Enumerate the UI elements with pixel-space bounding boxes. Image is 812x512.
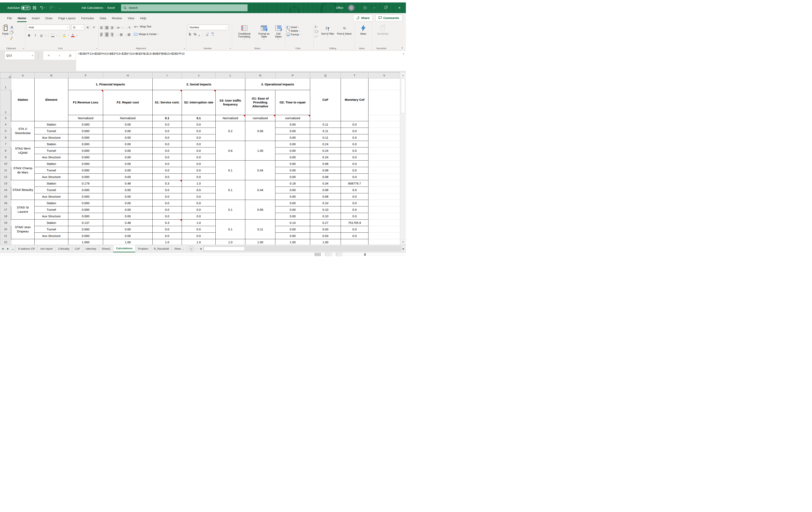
underline-button[interactable]: U — [39, 33, 44, 38]
vertical-scrollbar[interactable]: ▲ ▼ — [400, 72, 406, 245]
zoom-slider[interactable] — [364, 253, 366, 256]
cell-A13[interactable]: STA4/ Beaudry — [11, 180, 35, 200]
cell-I10[interactable]: 0.0 — [153, 161, 182, 167]
cell-L4[interactable]: 0.2 — [215, 121, 245, 141]
insert-function-button[interactable]: fx — [69, 53, 71, 58]
cell-F2[interactable]: F1:Revenue Loss — [68, 90, 103, 115]
cell-A4[interactable]: STA 1/ Sheerbroke — [11, 121, 35, 141]
cell-F20[interactable]: 0.000 — [68, 226, 103, 233]
horizontal-scrollbar-thumb[interactable] — [204, 247, 245, 251]
comments-button[interactable]: Comments — [375, 14, 402, 21]
column-header-I[interactable]: I — [153, 73, 182, 78]
scroll-right-icon[interactable]: ▶ — [401, 246, 406, 251]
sheet-tab-criticality[interactable]: Criticality — [55, 245, 72, 252]
menu-tab-formulas[interactable]: Formulas — [79, 13, 96, 23]
cell-P22[interactable]: 1.00 — [276, 239, 310, 245]
borders-button[interactable] — [51, 33, 55, 38]
cell-Q20[interactable]: 0.03 — [310, 226, 341, 233]
menu-tab-view[interactable]: View — [125, 13, 137, 23]
row-header-11[interactable]: 11 — [0, 167, 11, 174]
column-header-A[interactable]: A — [11, 73, 35, 78]
sheet-tab-problem[interactable]: Problem — [135, 245, 151, 252]
row-header-22[interactable]: 22 — [0, 239, 11, 245]
cell-V18[interactable] — [369, 213, 400, 219]
cell-V17[interactable] — [369, 207, 400, 213]
cell-H12[interactable]: 0.00 — [103, 174, 153, 180]
cell-J8[interactable]: 0.0 — [182, 147, 215, 154]
row-header-3[interactable]: 3 — [0, 115, 11, 121]
cell-H15[interactable]: 0.00 — [103, 193, 153, 200]
quick-access-customize-button[interactable]: ⌄ — [59, 2, 61, 13]
cell-B1-element-header[interactable]: Element — [35, 78, 68, 121]
column-header-L[interactable]: L — [215, 73, 245, 78]
cell-T1-monetary-header[interactable]: Monetary Cof — [341, 78, 369, 121]
decrease-decimal-button[interactable]: .00→.0 — [211, 32, 214, 36]
menu-tab-review[interactable]: Review — [110, 13, 124, 23]
cell-V9[interactable] — [369, 154, 400, 161]
sheet-tab-sheet1[interactable]: Sheet1 — [99, 245, 113, 252]
cell-I21[interactable]: 0.0 — [153, 233, 182, 239]
cell-I8[interactable]: 0.0 — [153, 147, 182, 154]
row-header-17[interactable]: 17 — [0, 207, 11, 213]
cell-I17[interactable]: 0.0 — [153, 207, 182, 213]
cell-F17[interactable]: 0.000 — [68, 207, 103, 213]
font-color-button[interactable]: A — [70, 33, 75, 38]
cell-H4[interactable]: 0.00 — [103, 121, 153, 128]
format-painter-button[interactable] — [10, 36, 14, 41]
row-header-4[interactable]: 4 — [0, 121, 11, 128]
select-all-button[interactable] — [0, 73, 11, 78]
horizontal-scrollbar[interactable]: ◀ ▶ — [198, 246, 406, 251]
enter-button[interactable]: ✓ — [58, 54, 61, 57]
decrease-font-button[interactable]: A˅ — [92, 25, 96, 30]
row-header-15[interactable]: 15 — [0, 193, 11, 200]
avatar[interactable]: O — [348, 2, 354, 13]
formula-input[interactable]: =$D$3*F13+$G$3*H13+$I$3*I13+$J$3*J13+$K$… — [76, 51, 406, 71]
align-right-button[interactable] — [110, 32, 114, 37]
cancel-button[interactable]: ✕ — [48, 54, 50, 57]
cell-F5[interactable]: 0.000 — [68, 128, 103, 134]
cell-T18[interactable]: 0.0 — [341, 213, 369, 219]
cell-V11[interactable] — [369, 167, 400, 174]
cell-V7[interactable] — [369, 141, 400, 147]
menu-tab-page-layout[interactable]: Page Layout — [56, 13, 78, 23]
normal-view-button[interactable] — [315, 253, 321, 256]
cell-T17[interactable]: 0.0 — [341, 207, 369, 213]
cell-V2[interactable] — [369, 90, 400, 115]
sheet-tab-shee-[interactable]: Shee ... — [172, 245, 187, 252]
cut-button[interactable] — [10, 25, 14, 29]
cell-T11[interactable]: 0.0 — [341, 167, 369, 174]
cell-T12[interactable]: 0.0 — [341, 174, 369, 180]
cell-J4[interactable]: 0.0 — [182, 121, 215, 128]
cell-Q18[interactable]: 0.10 — [310, 213, 341, 219]
sheet-tab-overflow[interactable]: ... — [11, 245, 16, 252]
cell-H5[interactable]: 0.00 — [103, 128, 153, 134]
cell-B13[interactable]: Station — [35, 180, 68, 187]
orientation-button[interactable]: ab→˅ — [117, 26, 123, 29]
cell-L2[interactable]: S3: User traffic frequency — [215, 90, 245, 115]
row-header-1[interactable]: 1 — [0, 78, 11, 90]
cell-V16[interactable] — [369, 200, 400, 207]
cell-H13[interactable]: 0.48 — [103, 180, 153, 187]
cell-Q7[interactable]: 0.24 — [310, 141, 341, 147]
row-header-5[interactable]: 5 — [0, 128, 11, 134]
sort-filter-button[interactable]: AZ Sort & Filter ˅ — [320, 24, 336, 46]
row-header-7[interactable]: 7 — [0, 141, 11, 147]
name-box-dropdown-icon[interactable]: ▾ — [32, 54, 33, 57]
column-header-F[interactable]: F — [68, 73, 103, 78]
cell-styles-button[interactable]: Cell Styles ˅ — [272, 24, 284, 46]
percent-style-button[interactable]: % — [194, 32, 197, 36]
cell-T15[interactable]: 0.0 — [341, 193, 369, 200]
next-sheet-button[interactable]: ▶ — [5, 245, 11, 252]
column-header-H[interactable]: H — [103, 73, 153, 78]
cell-F13[interactable]: 0.178 — [68, 180, 103, 187]
sensitivity-button[interactable]: Sensitivity ˅ — [373, 24, 393, 37]
cell-Q22[interactable]: 1.00 — [310, 239, 341, 245]
row-header-20[interactable]: 20 — [0, 226, 11, 233]
cell-H6[interactable]: 0.00 — [103, 134, 153, 141]
menu-tab-data[interactable]: Data — [97, 13, 109, 23]
increase-font-button[interactable]: A˄ — [86, 25, 90, 30]
cell-B7[interactable]: Station — [35, 141, 68, 147]
page-break-view-button[interactable] — [336, 253, 342, 256]
clipboard-dialog-launcher[interactable]: ↘ — [22, 47, 24, 49]
cell-Q1-cof-header[interactable]: CoF — [310, 78, 341, 121]
